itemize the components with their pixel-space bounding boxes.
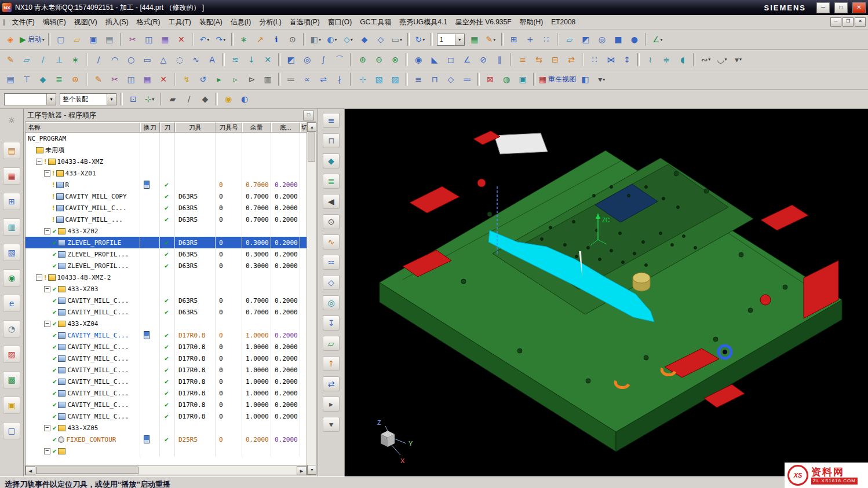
render-style-button[interactable]: ◐▾ [324, 32, 340, 47]
regenerate-view-button[interactable]: ▦重生视图 [538, 72, 577, 87]
close-button[interactable]: ✕ [852, 2, 866, 13]
nav-row-CAVITY_MILL_COPY[interactable]: !CAVITY_MILL_COPY✔D63R500.70000.2000 [25, 190, 307, 202]
geometry-view-button[interactable]: ◇ [443, 72, 459, 87]
datum-plane-button[interactable]: ▱ [561, 32, 578, 47]
chamfer-button[interactable]: ◣ [426, 52, 443, 67]
selection-filter-combo[interactable]: ▾ [4, 93, 56, 105]
vscroll-track[interactable] [307, 162, 316, 465]
replay-control-icon[interactable]: ▾ [323, 417, 340, 432]
tree-expander-icon[interactable]: − [36, 274, 42, 281]
paste-button[interactable]: ▦ [157, 32, 173, 47]
spline-button[interactable]: ∿ [188, 52, 204, 67]
cut-button[interactable]: ✂ [125, 32, 141, 47]
verify-toolpath-button[interactable]: ▸ [211, 72, 227, 87]
nav-row-10433-4B-XMZ[interactable]: −!10433-4B-XMZ [25, 156, 307, 167]
trim-boundary-icon[interactable]: ▱ [323, 336, 340, 351]
fit-selection-button[interactable]: ⊡ [125, 91, 141, 107]
process-studio-icon[interactable]: ▨ [3, 346, 20, 363]
point-constructor-button[interactable]: ∗ [236, 32, 252, 47]
notes-panel-icon[interactable]: ▢ [3, 422, 20, 439]
menu-item-10[interactable]: 首选项(P) [286, 16, 324, 28]
menu-item-13[interactable]: 燕秀UG模具4.1 [395, 16, 451, 28]
highlight-button[interactable]: ◉ [220, 91, 236, 107]
minimize-button[interactable]: ─ [816, 2, 830, 13]
wrap-geometry-button[interactable]: ◖ [674, 52, 691, 67]
move-face-button[interactable]: ⇄ [563, 52, 579, 67]
navigator-hscrollbar[interactable]: ◀ ▶ [25, 465, 307, 475]
spiral-tool-icon[interactable]: ◎ [323, 295, 340, 310]
print-button[interactable]: ▤ [101, 32, 118, 47]
nx-logo-icon[interactable]: ◈ [2, 32, 19, 47]
navigator-float-button[interactable]: □ [303, 111, 314, 120]
more-curve-button[interactable]: ∾▾ [698, 52, 714, 67]
maximize-button[interactable]: □ [834, 2, 848, 13]
machine-tool-view-icon[interactable]: ⊓ [323, 133, 340, 148]
cylinder-button[interactable]: ● [626, 32, 643, 47]
orient-view-button[interactable]: ◇▾ [340, 32, 356, 47]
delete-button[interactable]: ✕ [173, 32, 189, 47]
column-header-5[interactable]: 刀具号 [216, 122, 242, 133]
offset-curve-button[interactable]: ≋ [227, 52, 243, 67]
manufacturing-wizard-icon[interactable]: ▩ [3, 371, 20, 388]
nav-row-ZLEVEL_PROFIL...[interactable]: ✔ZLEVEL_PROFIL...✔D63R500.30000.2000 [25, 260, 307, 271]
menu-item-3[interactable]: 视图(V) [70, 16, 101, 28]
hd3d-tools-icon[interactable]: ◉ [3, 269, 20, 287]
nav-row-CAVITY_MILL_C...[interactable]: ✔CAVITY_MILL_C...✔D17R0.801.00000.2000 [25, 387, 307, 399]
tree-expander-icon[interactable]: − [36, 159, 42, 165]
nav-row-CAVITY_MILL_C...[interactable]: ✔CAVITY_MILL_C...✔D63R500.70000.2000 [25, 295, 307, 306]
geometry-view-icon[interactable]: ◆ [323, 153, 340, 168]
block-button[interactable]: ■ [610, 32, 626, 47]
delete-operation-button[interactable]: ✕ [155, 72, 172, 87]
chevron-down-icon[interactable]: ▾ [739, 57, 742, 62]
menu-item-16[interactable]: ET2008 [547, 17, 579, 27]
column-header-1[interactable]: 名称 [25, 122, 140, 133]
collapse-panel-button[interactable]: ◀ [323, 194, 340, 209]
datum-axis-button[interactable]: ∕ [35, 52, 51, 67]
sketch-button[interactable]: ✎ [2, 52, 19, 67]
toolpath-generate-icon[interactable]: ∿ [323, 234, 340, 249]
new-file-button[interactable]: ▢ [53, 32, 69, 47]
window-layout-button[interactable]: ◧▾ [308, 32, 324, 47]
cut-operation-button[interactable]: ✂ [107, 72, 123, 87]
sew-button[interactable]: ≀ [642, 52, 658, 67]
nav-row-CAVITY_MILL_C...[interactable]: ✔CAVITY_MILL_C...✔D63R500.70000.2000 [25, 306, 307, 318]
delete-face-button[interactable]: ⊟ [547, 52, 563, 67]
chevron-down-icon[interactable]: ▾ [46, 94, 56, 105]
tree-expander-icon[interactable]: − [44, 425, 50, 431]
web-browser-icon[interactable]: e [3, 295, 20, 312]
nav-row-FIXED_CONTOUR[interactable]: ✔FIXED_CONTOUR✔D25R500.20000.2000 [25, 434, 307, 445]
check-geometry-button[interactable]: ▨ [387, 72, 403, 87]
unite-button[interactable]: ⊕ [355, 52, 371, 67]
navigator-vscrollbar[interactable]: ▲ ▼ [307, 122, 316, 475]
menu-item-7[interactable]: 装配(A) [195, 16, 227, 28]
snap-point-button[interactable]: ⊹▾ [141, 91, 158, 107]
subtract-button[interactable]: ⊖ [371, 52, 387, 67]
revolve-button[interactable]: ◎ [299, 52, 315, 67]
intersect-button[interactable]: ⊗ [387, 52, 403, 67]
find-operation-button[interactable]: ⊙ [323, 214, 340, 229]
select-edge-button[interactable]: ∕ [181, 91, 197, 107]
mdi-button-3[interactable]: ✕ [855, 17, 866, 27]
wireframe-cube-button[interactable]: ◇ [373, 32, 389, 47]
tree-expander-icon[interactable]: − [44, 170, 50, 177]
mirror-feature-button[interactable]: ⋈ [603, 52, 619, 67]
select-body-button[interactable]: ◆ [197, 91, 213, 107]
polygon-button[interactable]: △ [155, 52, 172, 67]
column-header-7[interactable]: 底... [271, 122, 300, 133]
rotate-view-button[interactable]: ↻▾ [412, 32, 428, 47]
roles-gear-icon[interactable]: ☼ [3, 112, 20, 129]
snapshot-button[interactable]: ▭▾ [389, 32, 405, 47]
nav-row-CAVITY_MILL_C...[interactable]: !CAVITY_MILL_C...✔D63R500.70000.2000 [25, 202, 307, 214]
feeds-speeds-button[interactable]: ∝ [299, 72, 315, 87]
gouge-check-button[interactable]: ⊠ [482, 72, 498, 87]
menu-item-1[interactable]: 文件(F) [8, 16, 39, 28]
menu-item-11[interactable]: 窗口(O) [324, 16, 356, 28]
undo-button[interactable]: ↶▾ [196, 32, 213, 47]
show-hide-button[interactable]: ◐ [236, 91, 253, 107]
shell-button[interactable]: ◻ [443, 52, 459, 67]
chevron-down-icon[interactable]: ▾ [334, 37, 337, 42]
measure-button[interactable]: ∠▾ [650, 32, 666, 47]
cut-level-icon[interactable]: ≍ [323, 255, 340, 270]
workpiece-display-button[interactable]: ▧ [371, 72, 387, 87]
chevron-down-icon[interactable]: ▾ [42, 37, 45, 42]
